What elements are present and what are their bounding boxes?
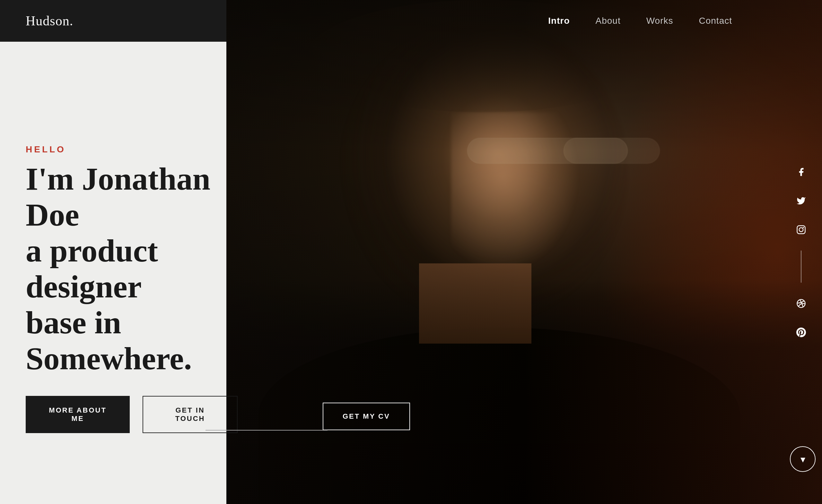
hero-headline: I'm Jonathan Doe a product designer base… bbox=[26, 161, 238, 377]
get-in-touch-button[interactable]: GET IN TOUCH bbox=[142, 396, 238, 433]
dribbble-icon[interactable] bbox=[793, 295, 809, 312]
hero-buttons: MORE ABOUT ME GET IN TOUCH bbox=[26, 396, 238, 433]
photo-panel: GET MY CV bbox=[227, 0, 822, 504]
photo-overlay bbox=[227, 0, 822, 504]
svg-point-2 bbox=[803, 227, 804, 228]
instagram-icon[interactable] bbox=[793, 222, 809, 238]
facebook-icon[interactable] bbox=[793, 164, 809, 180]
hello-label: HELLO bbox=[26, 144, 238, 155]
main-nav: Intro About Works Contact bbox=[227, 0, 822, 42]
nav-item-contact[interactable]: Contact bbox=[699, 16, 732, 26]
more-about-me-button[interactable]: MORE ABOUT ME bbox=[26, 396, 130, 433]
scroll-down-button[interactable]: ▾ bbox=[790, 446, 816, 472]
headline-line3: base in Somewhere. bbox=[26, 305, 192, 376]
svg-point-1 bbox=[799, 227, 803, 232]
photo-background bbox=[227, 0, 822, 504]
connector-line bbox=[206, 430, 328, 431]
hero-content: HELLO I'm Jonathan Doe a product designe… bbox=[26, 144, 238, 433]
header-logo-bar: Hudson. bbox=[0, 0, 227, 42]
nav-item-about[interactable]: About bbox=[595, 16, 621, 26]
headline-line2: a product designer bbox=[26, 233, 158, 304]
cv-button-wrapper: GET MY CV bbox=[323, 403, 410, 430]
headline-line1: I'm Jonathan Doe bbox=[26, 161, 210, 233]
twitter-icon[interactable] bbox=[793, 193, 809, 209]
site-logo[interactable]: Hudson. bbox=[26, 13, 73, 29]
social-divider bbox=[801, 251, 801, 283]
nav-item-intro[interactable]: Intro bbox=[548, 16, 569, 26]
pinterest-icon[interactable] bbox=[793, 324, 809, 340]
nav-item-works[interactable]: Works bbox=[647, 16, 673, 26]
social-icons-panel bbox=[793, 164, 809, 340]
chevron-down-icon: ▾ bbox=[801, 454, 805, 465]
svg-rect-0 bbox=[797, 226, 805, 234]
get-cv-button[interactable]: GET MY CV bbox=[323, 403, 410, 430]
